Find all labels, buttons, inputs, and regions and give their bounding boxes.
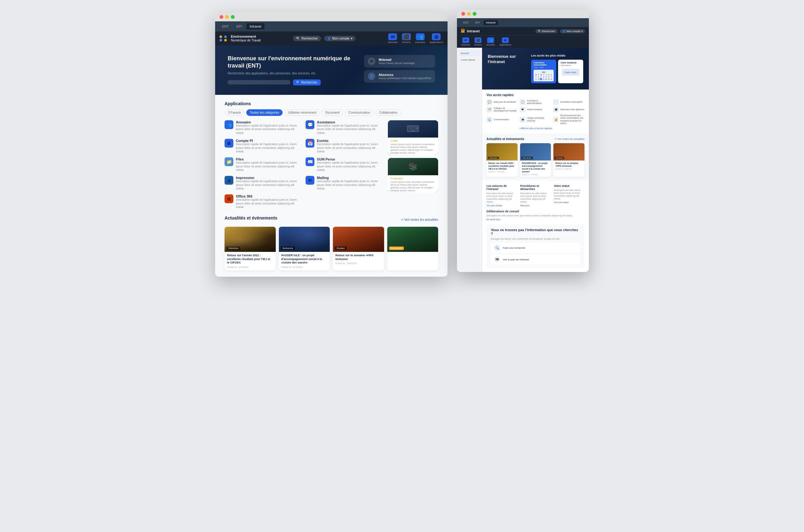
tab-ent[interactable]: ENT bbox=[219, 23, 232, 30]
sec-applications-item[interactable]: ⊞ Applications bbox=[499, 37, 511, 46]
sec-main-content: Bienvenue sur l'intranet Les accès les p… bbox=[482, 48, 589, 272]
app-assistance[interactable]: 💬 Assistance Description rapide de l'app… bbox=[306, 120, 383, 135]
sec-sidebar-lorem[interactable]: Lorem ipsum bbox=[459, 57, 480, 63]
filter-communication[interactable]: Communication bbox=[345, 109, 374, 116]
webmail-icon-item[interactable]: ✉ Webmail bbox=[388, 33, 398, 44]
hero-search-button[interactable]: 🔍 Rechercher bbox=[293, 79, 321, 86]
sec-close-button[interactable] bbox=[461, 12, 465, 16]
sec-astuces-link[interactable]: Voir plus d'astes bbox=[486, 205, 517, 207]
sec-user-icon: 👤 bbox=[562, 30, 566, 33]
sec-user-button[interactable]: 👤 Mon compte ▾ bbox=[560, 29, 585, 33]
app-filex[interactable]: 📁 Filex Description rapide de l'applicat… bbox=[225, 157, 302, 172]
annuaire-icon-item[interactable]: 👥 Annuaire bbox=[415, 33, 425, 44]
applications-icon-item[interactable]: ⊞ Applications bbox=[429, 33, 443, 44]
logo-dot-2 bbox=[224, 36, 227, 38]
news-card-1[interactable]: Distinction Retour sur l'année 2022 : ex… bbox=[225, 227, 276, 270]
hero-content: Bienvenue sur l'environnement numérique … bbox=[228, 55, 435, 86]
sec-see-all-link[interactable]: ↗ Voir toutes les actualités bbox=[554, 137, 585, 140]
news-card-4[interactable]: Événement bbox=[387, 227, 438, 270]
sec-search-icon: 🔍 bbox=[538, 30, 541, 33]
app-impression[interactable]: 🖨 Impression Description rapide de l'app… bbox=[225, 176, 302, 191]
minimize-button[interactable] bbox=[225, 15, 229, 19]
app-annuaire[interactable]: 👥 Annuaire Description rapide de l'appli… bbox=[225, 120, 302, 135]
sec-search-btn[interactable]: 🔍 Faire une recherche bbox=[491, 243, 580, 253]
promo-link-1[interactable]: › Accueil intranet bbox=[390, 192, 436, 192]
app-impression-icon: 🖨 bbox=[225, 176, 233, 185]
sec-qa-sante[interactable]: ❤ Santé étudiants bbox=[520, 107, 551, 112]
see-all-news-link[interactable]: ↗ Voir toutes les actualités bbox=[401, 218, 438, 222]
sec-search-button[interactable]: 🔍 Rechercher bbox=[535, 29, 557, 33]
search-bar[interactable]: 🔍 Rechercher bbox=[293, 36, 321, 41]
sec-news-card-2[interactable]: Recherche PASSER'AILE : un projet d'acco… bbox=[520, 143, 551, 177]
app-office365[interactable]: ⊞ Office 365 Description rapide de l'app… bbox=[225, 194, 302, 209]
sec-top-actions: 🔍 Rechercher 👤 Mon compte ▾ bbox=[535, 29, 585, 33]
filter-collaboration[interactable]: Collaboration bbox=[376, 109, 401, 116]
sec-webmail-item[interactable]: ✉ Webmail bbox=[461, 37, 470, 46]
sec-tab-intranet[interactable]: Intranet bbox=[484, 20, 498, 25]
filter-document[interactable]: Document bbox=[322, 109, 343, 116]
chevron-down-icon: ▾ bbox=[351, 37, 352, 40]
tab-intranet[interactable]: Intranet bbox=[247, 23, 265, 30]
sec-more-statut: Votre statut Description de cette astuce… bbox=[554, 184, 585, 207]
user-menu-button[interactable]: 👤 Mon compte ▾ bbox=[324, 36, 356, 41]
sec-minimize-button[interactable] bbox=[467, 12, 471, 16]
maximize-button[interactable] bbox=[231, 15, 235, 19]
filter-tabs: 3 Favoris Toutes les catégories Utilisée… bbox=[225, 109, 438, 116]
promo-epi-body: ⬡ EPI Lorem ipsum dolor sit amet consect… bbox=[388, 137, 438, 155]
filter-favoris[interactable]: 3 Favoris bbox=[225, 109, 244, 116]
sec-link-icon: ↗ bbox=[554, 137, 556, 140]
filter-all-categories[interactable]: Toutes les catégories bbox=[246, 109, 283, 116]
app-evento-info: Evento Description rapide de l'applicati… bbox=[317, 139, 383, 154]
sec-domino-item[interactable]: ⬛ Domino bbox=[474, 37, 482, 46]
sec-news-img-2: Recherche bbox=[520, 143, 551, 160]
sec-procedures-link[interactable]: Découvrir bbox=[520, 205, 551, 207]
sec-tab-epi[interactable]: EPI bbox=[473, 20, 482, 25]
app-evento[interactable]: 📅 Evento Description rapide de l'applica… bbox=[306, 139, 383, 154]
sec-qa-inscriptions[interactable]: 📋 Inscriptions administratives bbox=[520, 99, 551, 105]
news-section: Actualités et évènements ↗ Voir toutes l… bbox=[225, 215, 438, 270]
news-card-3[interactable]: Étudiant Retour sur la semaine «FIPS Inc… bbox=[333, 227, 384, 270]
logo-dot-3 bbox=[219, 39, 222, 41]
sec-cal-card[interactable]: Calendrier universitaire 2022 - 2023 Jan… bbox=[531, 60, 556, 83]
sec-sidebar-accueil[interactable]: Accueil bbox=[459, 50, 480, 56]
sec-help-subtitle: Essayez de lancer une recherche ou d'exp… bbox=[491, 238, 580, 240]
sec-qa-developpement[interactable]: 🌱 Politique de développement durable bbox=[486, 107, 518, 112]
sec-deliberations-link[interactable]: En savoir plus bbox=[486, 218, 585, 221]
webmail-card-icon: ✉ bbox=[368, 57, 375, 65]
sec-qa-diplomes[interactable]: 🎓 Délivrance des diplômes bbox=[553, 107, 585, 112]
app-compte-pi-icon: 🖥 bbox=[225, 139, 233, 148]
sec-qa-annulation[interactable]: 📄 Annulation d'inscription bbox=[553, 99, 585, 105]
app-compte-pi[interactable]: 🖥 Compte PI Description rapide de l'appl… bbox=[225, 139, 302, 154]
sec-qa-numerique[interactable]: 💻 Usage numérique (DSIUN) bbox=[520, 114, 551, 125]
sec-news-card-1[interactable]: Distinction Retour sur l'année 2022 : ex… bbox=[486, 143, 518, 177]
sec-plan-btn[interactable]: 🗺 Voir le plan de l'intranet bbox=[491, 254, 580, 264]
apps-grid-wrapper: 👥 Annuaire Description rapide de l'appli… bbox=[225, 120, 438, 209]
sec-tab-ent[interactable]: ENT bbox=[461, 20, 472, 25]
sec-accesses-title: Les accès les plus visités bbox=[531, 54, 583, 57]
sec-statut-link[interactable]: Voir mon statut bbox=[554, 201, 585, 204]
sec-deliberations: Délibérations de conseil Description de … bbox=[486, 210, 585, 221]
sec-qa-communication[interactable]: 📡 Communication bbox=[486, 114, 518, 125]
app-mailing[interactable]: ✉ Mailing Description rapide de l'applic… bbox=[306, 176, 383, 191]
news-card-2[interactable]: Recherche PASSER'AILE : un projet d'acco… bbox=[279, 227, 330, 270]
sec-news-card-3[interactable]: Étudiant Retour sur la semaine «FIPS Inc… bbox=[553, 143, 585, 177]
sec-qa-aide-icon: 💬 bbox=[486, 99, 492, 105]
sec-hero-right: Les accès les plus visités Calendrier un… bbox=[531, 54, 583, 83]
annuaire-icon: 👥 bbox=[416, 33, 425, 40]
app-compte-pi-info: Compte PI Description rapide de l'applic… bbox=[236, 139, 302, 154]
close-button[interactable] bbox=[219, 15, 223, 19]
sec-show-more-link[interactable]: ↓ Afficher plus d'accès rapides bbox=[486, 127, 585, 130]
app-gun-perso[interactable]: 📖 GUN Perso Description rapide de l'appl… bbox=[306, 157, 383, 172]
tab-epi[interactable]: EPI bbox=[233, 23, 245, 30]
sec-maximize-button[interactable] bbox=[473, 12, 476, 16]
sec-annuaire-item[interactable]: 👥 Annuaire bbox=[486, 37, 495, 46]
apps-list: 👥 Annuaire Description rapide de l'appli… bbox=[225, 120, 383, 209]
sec-qa-aide[interactable]: 💬 Aide pour les étudiants bbox=[486, 99, 518, 105]
sec-qa-remboursement[interactable]: 💰 Remboursement des droits universitaire… bbox=[553, 114, 585, 125]
filter-recent[interactable]: Utilisées récemment bbox=[285, 109, 320, 116]
sec-carte-card[interactable]: Carte étudiante Informations Carte étud. bbox=[558, 60, 583, 83]
hero-search[interactable] bbox=[228, 80, 290, 84]
promo-epi-text: Lorem ipsum dolor sit amet consectetur. … bbox=[390, 143, 436, 154]
secondary-nav-tabs: ENT EPI Intranet bbox=[457, 18, 589, 27]
domino-icon-item[interactable]: ⬛ Domino bbox=[402, 33, 411, 44]
